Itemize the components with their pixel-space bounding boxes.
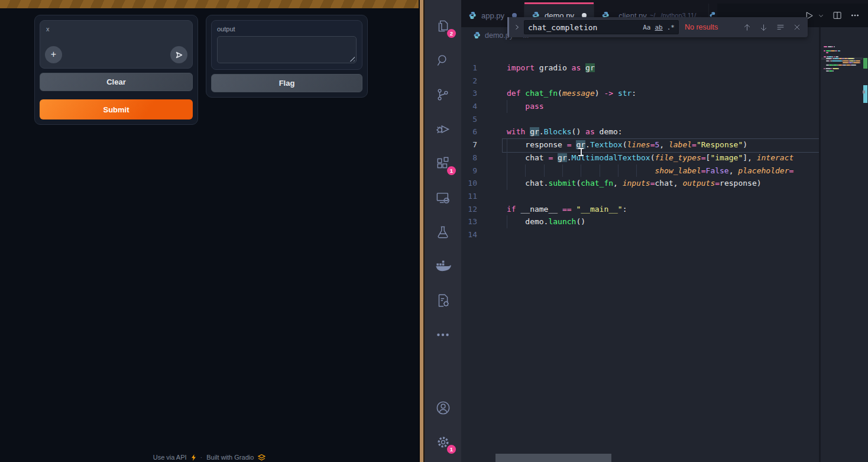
line-number: 3	[461, 87, 489, 100]
output-textarea[interactable]	[217, 36, 357, 63]
explorer-icon[interactable]: 2	[429, 12, 457, 40]
find-query-text[interactable]: chat_completion	[528, 23, 639, 32]
attach-file-button[interactable]: +	[45, 46, 62, 63]
activity-bar: 2 1	[425, 0, 461, 462]
split-editor-icon[interactable]	[833, 11, 842, 20]
explorer-badge: 2	[447, 29, 456, 38]
regex-icon[interactable]: .*	[667, 24, 675, 31]
code-line[interactable]: 10 chat.submit(chat_fn, inputs=chat, out…	[461, 177, 820, 190]
multimodal-actions-row: +	[45, 46, 187, 63]
line-number: 6	[461, 125, 489, 138]
code-line[interactable]: 11	[461, 190, 820, 203]
footer-separator: ·	[200, 454, 203, 461]
line-number: 7	[461, 138, 489, 151]
screen: x + Clear Submit	[0, 0, 868, 462]
code-text: def chat_fn(message) -> str:	[489, 87, 636, 100]
find-widget-grip[interactable]	[507, 17, 509, 37]
flag-button[interactable]: Flag	[211, 74, 362, 92]
code-line[interactable]: 7 response = gr.Textbox(lines=5, label="…	[461, 138, 820, 151]
code-line[interactable]: 8 chat = gr.MultimodalTextbox(file_types…	[461, 151, 820, 164]
run-debug-icon[interactable]	[429, 115, 457, 143]
code-text	[489, 190, 507, 203]
code-text	[489, 113, 507, 126]
code-line[interactable]: 1import gradio as gr	[461, 62, 820, 75]
docker-icon[interactable]	[429, 252, 457, 280]
submit-button[interactable]: Submit	[40, 99, 193, 119]
code-editor[interactable]: 1import gradio as gr23def chat_fn(messag…	[461, 62, 820, 454]
find-results-status: No results	[685, 23, 718, 31]
horizontal-scrollbar[interactable]	[495, 454, 611, 462]
code-line[interactable]: 3def chat_fn(message) -> str:	[461, 87, 820, 100]
previous-match-icon[interactable]	[743, 23, 752, 32]
extensions-badge: 1	[447, 166, 456, 175]
ruler-marker-green	[863, 58, 867, 69]
line-number: 13	[461, 215, 489, 228]
code-text: pass	[489, 100, 544, 113]
code-line[interactable]: 14	[461, 228, 820, 241]
code-line[interactable]: 4 pass	[461, 100, 820, 113]
line-number: 4	[461, 100, 489, 113]
send-button[interactable]	[170, 46, 187, 63]
settings-badge: 1	[447, 445, 456, 454]
minimap[interactable]	[821, 41, 863, 455]
gradio-app: x + Clear Submit	[0, 0, 419, 462]
code-text: import gradio as gr	[489, 62, 595, 75]
extensions-icon[interactable]: 1	[429, 149, 457, 177]
code-text	[489, 228, 507, 241]
use-via-api-link[interactable]: Use via API	[153, 454, 187, 461]
built-with-gradio-link[interactable]: Built with Gradio	[206, 454, 254, 461]
multimodal-textbox[interactable]: x +	[40, 20, 193, 69]
input-label: x	[46, 25, 186, 33]
plus-icon: +	[51, 50, 56, 59]
search-icon[interactable]	[429, 46, 457, 75]
dev-container-icon[interactable]	[429, 286, 457, 315]
code-line[interactable]: 9 show_label=False, placeholder=	[461, 164, 820, 177]
line-number: 14	[461, 228, 489, 241]
output-label: output	[217, 25, 357, 33]
remote-explorer-icon[interactable]	[429, 183, 457, 212]
output-card: output Flag	[206, 15, 368, 98]
code-line[interactable]: 2	[461, 75, 820, 88]
line-number: 10	[461, 177, 489, 190]
run-dropdown-chevron-icon[interactable]	[818, 12, 824, 19]
code-text: chat.submit(chat_fn, inputs=chat, output…	[489, 177, 762, 190]
ruler-marker-cyan	[863, 85, 867, 103]
lightning-icon	[191, 454, 196, 461]
settings-gear-icon[interactable]: 1	[429, 428, 457, 456]
more-views-icon[interactable]	[429, 321, 457, 349]
code-text	[489, 75, 507, 88]
testing-icon[interactable]	[429, 218, 457, 246]
code-line[interactable]: 13 demo.launch()	[461, 215, 820, 228]
code-line[interactable]: 6with gr.Blocks() as demo:	[461, 125, 820, 138]
find-in-selection-icon[interactable]	[776, 22, 785, 32]
python-file-icon	[473, 31, 481, 40]
more-actions-icon[interactable]	[850, 11, 860, 20]
line-number: 11	[461, 190, 489, 203]
code-text: demo.launch()	[489, 215, 585, 228]
close-find-icon[interactable]	[793, 23, 801, 31]
account-icon[interactable]	[429, 393, 457, 422]
code-text: chat = gr.MultimodalTextbox(file_types=[…	[489, 151, 793, 164]
match-case-icon[interactable]: Aa	[643, 24, 650, 31]
editor-region: app.py demo.py _client.py	[461, 0, 868, 462]
line-number: 5	[461, 113, 489, 126]
whole-word-icon[interactable]: ab	[655, 24, 663, 31]
window-divider[interactable]	[419, 0, 425, 462]
find-input[interactable]: chat_completion Aa ab .*	[524, 20, 679, 34]
clear-button[interactable]: Clear	[40, 73, 193, 91]
code-text: if __name__ == "__main__":	[489, 203, 627, 216]
vscode-window: 2 1	[425, 0, 868, 462]
send-icon	[175, 51, 183, 59]
next-match-icon[interactable]	[759, 23, 768, 32]
code-text: response = gr.Textbox(lines=5, label="Re…	[489, 138, 747, 151]
overview-ruler	[863, 0, 868, 462]
find-widget: chat_completion Aa ab .* No results	[507, 17, 808, 37]
input-card: x + Clear Submit	[34, 15, 198, 125]
tab-label: app.py	[481, 11, 504, 20]
toggle-replace-chevron-icon[interactable]	[513, 24, 520, 31]
code-line[interactable]: 5	[461, 113, 820, 126]
source-control-icon[interactable]	[429, 80, 457, 109]
line-number: 2	[461, 75, 489, 88]
code-line[interactable]: 12if __name__ == "__main__":	[461, 203, 820, 216]
minimap-border	[819, 27, 821, 462]
